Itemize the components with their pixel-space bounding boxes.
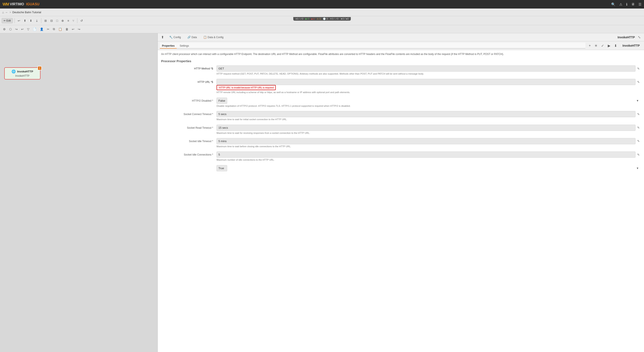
edit-label: Edit xyxy=(6,19,11,22)
http-url-input[interactable] xyxy=(216,79,636,85)
tab-properties[interactable]: Properties xyxy=(160,44,177,48)
http-method-edit-btn[interactable]: ✎ xyxy=(636,66,640,71)
home-icon[interactable]: ⌂ xyxy=(2,11,4,14)
back-icon[interactable]: ← xyxy=(5,11,8,14)
processor-label: InvokeHTTP xyxy=(7,74,38,77)
property-row-http-url: HTTP URL *$ ✎ 'HTTP URL' is invalid beca… xyxy=(161,79,640,94)
socket-connect-input[interactable]: 5 secs xyxy=(216,111,636,117)
panel-upload-btn[interactable]: ⬆ xyxy=(160,35,165,40)
socket-connect-edit-btn[interactable]: ✎ xyxy=(636,112,640,117)
status-check: ✕0 / ✓0 xyxy=(330,18,338,20)
data-config-tab-label: Data & Config xyxy=(208,36,224,39)
main-layout: 🌐 InvokeHTTP InvokeHTTP ! ⬆ 🔧 Config 🔗 D… xyxy=(0,33,644,352)
socket-idle-conn-edit-btn[interactable]: ✎ xyxy=(636,152,640,157)
action-toolbar: ⚙ ⬡ ↪ ↩ ▽ 📄 👤 ✂ ⧉ 📋 🗑 ↩ ↪ xyxy=(0,25,644,33)
socket-read-input[interactable]: 15 secs xyxy=(216,125,636,131)
grid-large-button[interactable]: ⊞ xyxy=(43,18,48,23)
invoke-http-node[interactable]: 🌐 InvokeHTTP InvokeHTTP ! xyxy=(4,67,40,80)
grid-small-button[interactable]: ⊟ xyxy=(49,18,54,23)
upload-button[interactable]: ⬆ xyxy=(22,18,28,23)
status-stopped: ■ 0 xyxy=(311,18,314,20)
trash-btn[interactable]: 🗑 xyxy=(64,27,70,32)
http2-select-arrow: ▼ xyxy=(636,99,639,102)
check-btn[interactable]: ✓ xyxy=(600,43,605,48)
copy-btn[interactable]: ⧉ xyxy=(52,26,56,32)
socket-idle-timeout-label: Socket Idle Timeout * xyxy=(161,138,216,148)
http-url-edit-btn[interactable]: ✎ xyxy=(636,80,640,84)
undo-action-btn[interactable]: ↩ xyxy=(70,27,76,32)
edit-icon: ✏ xyxy=(4,19,6,22)
socket-connect-input-row: 5 secs ✎ xyxy=(216,111,640,117)
status-clock: 🕐 0 xyxy=(323,18,328,20)
menu-icon[interactable]: ☰ xyxy=(638,2,642,6)
asterisk-btn[interactable]: ✳ xyxy=(593,43,598,48)
info-icon[interactable]: ℹ xyxy=(626,2,628,6)
status-bar: ≡0 / ✓0 ▶ 0 ■ 0 ⚠ 1 🕐 0 ✕0 / ✓0 ★0 / ●0 xyxy=(293,17,351,21)
status-queued: ≡0 / ✓0 xyxy=(295,18,303,20)
edit-button[interactable]: ✏ Edit xyxy=(2,18,13,23)
http-url-input-row: ✎ xyxy=(216,79,640,85)
canvas-area: 🌐 InvokeHTTP InvokeHTTP ! xyxy=(0,33,158,352)
next-prop-arrow: ▼ xyxy=(636,166,639,170)
alert-icon[interactable]: ⚠ xyxy=(619,2,622,6)
socket-idle-conn-input[interactable]: 5 xyxy=(216,152,636,158)
play-btn[interactable]: ▶ xyxy=(606,43,612,48)
arrow-out-btn[interactable]: ↩ xyxy=(20,27,25,32)
list-button[interactable]: ≡ xyxy=(66,18,70,23)
panel-tab-config[interactable]: 🔧 Config xyxy=(167,34,183,40)
http2-select-wrapper: False True ▼ xyxy=(216,98,640,104)
top-nav-icons: 🔍 ⚠ ℹ 🖥 ☰ xyxy=(611,2,642,6)
data-config-tab-icon: 📋 xyxy=(203,36,207,39)
panel-tabs-row: ⬆ 🔧 Config 🔗 Data 📋 Data & Config Invoke… xyxy=(158,33,644,41)
topology-btn[interactable]: ⬡ xyxy=(8,27,13,32)
next-prop-select[interactable]: True False xyxy=(216,165,227,171)
property-row-socket-idle-timeout: Socket Idle Timeout * 5 mins ✎ Maximum t… xyxy=(161,138,640,148)
paste-btn[interactable]: 📋 xyxy=(57,27,63,32)
person-btn[interactable]: 👤 xyxy=(38,27,45,32)
http2-select[interactable]: False True xyxy=(216,98,227,104)
property-row-http2: HTTP/2 Disabled * False True ▼ Disable n… xyxy=(161,98,640,108)
http-method-input[interactable]: GET xyxy=(216,66,636,72)
socket-idle-timeout-edit-btn[interactable]: ✎ xyxy=(636,138,640,144)
http2-label: HTTP/2 Disabled * xyxy=(161,98,216,108)
socket-connect-value-cell: 5 secs ✎ Maximum time to wait for initia… xyxy=(216,111,640,121)
next-prop-input-row: True False ▼ xyxy=(216,165,640,171)
square-button[interactable]: □ xyxy=(55,18,59,23)
target-button[interactable]: ⊕ xyxy=(60,18,65,23)
download-button[interactable]: ⬇ xyxy=(28,18,34,23)
socket-read-desc: Maximum time to wait for receiving respo… xyxy=(216,132,640,135)
processor-warning-icon: ! xyxy=(38,66,42,70)
panel-expand-btn[interactable]: ⤡ xyxy=(636,35,642,40)
doc-btn[interactable]: 📄 xyxy=(32,27,38,32)
add-property-btn[interactable]: + xyxy=(588,43,592,48)
property-row-socket-idle-conn: Socket Idle Connections * 5 ✎ Maximum nu… xyxy=(161,152,640,162)
filter-btn[interactable]: ▽ xyxy=(26,27,31,32)
socket-idle-timeout-value-cell: 5 mins ✎ Maximum time to wait before clo… xyxy=(216,138,640,148)
monitor-icon[interactable]: 🖥 xyxy=(631,2,634,6)
branch-button[interactable]: ⑂ xyxy=(71,18,76,23)
undo-button[interactable]: ↩ xyxy=(16,18,22,23)
arrow-in-btn[interactable]: ↪ xyxy=(14,27,19,32)
data-tab-icon: 🔗 xyxy=(187,36,191,39)
socket-read-input-row: 15 secs ✎ xyxy=(216,125,640,131)
http-method-value-cell: GET ✎ HTTP request method (GET, POST, PU… xyxy=(216,66,640,76)
download-panel-btn[interactable]: ⬇ xyxy=(613,43,618,48)
socket-idle-timeout-input[interactable]: 5 mins xyxy=(216,138,636,144)
search-icon[interactable]: 🔍 xyxy=(611,2,616,6)
processor-globe-icon: 🌐 xyxy=(12,70,16,74)
status-warning: ⚠ 1 xyxy=(317,18,321,20)
socket-read-edit-btn[interactable]: ✎ xyxy=(636,125,640,130)
tab-settings[interactable]: Settings xyxy=(178,44,191,48)
redo-action-btn[interactable]: ↪ xyxy=(76,27,82,32)
property-row-next: True False ▼ xyxy=(161,165,640,171)
panel-tab-data[interactable]: 🔗 Data xyxy=(185,34,199,40)
download-alt-button[interactable]: ⤓ xyxy=(34,18,40,23)
props-tabs-row: Properties Settings + ✳ ✓ ▶ ⬇ InvokeHTTP xyxy=(158,41,644,50)
scissors-btn[interactable]: ✂ xyxy=(46,27,51,32)
refresh-button[interactable]: ↺ xyxy=(79,18,84,23)
settings-action-btn[interactable]: ⚙ xyxy=(2,27,7,32)
panel-tab-data-config[interactable]: 📋 Data & Config xyxy=(201,34,226,40)
http2-value-cell: False True ▼ Disable negotiation of HTTP… xyxy=(216,98,640,108)
http-url-label: HTTP URL *$ xyxy=(161,79,216,94)
processor-description: An HTTP client processor which can inter… xyxy=(161,52,640,56)
